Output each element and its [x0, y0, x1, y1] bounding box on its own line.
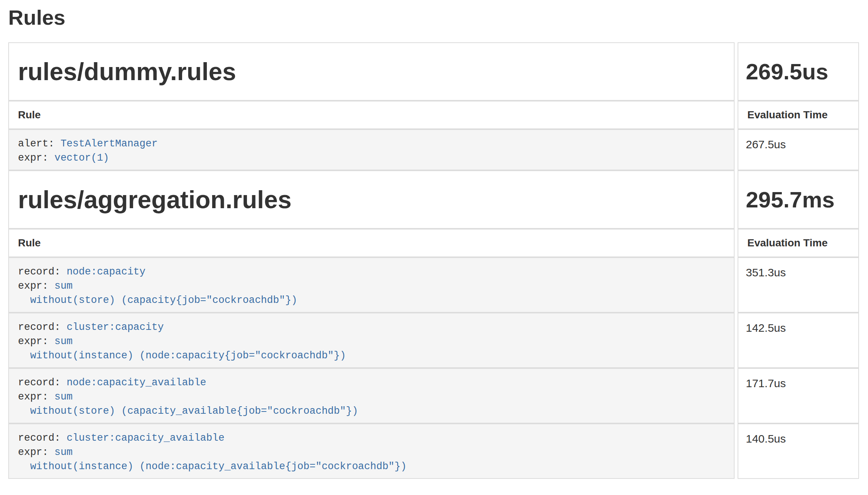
group-file-header: rules/aggregation.rules [8, 170, 735, 229]
rule-keyword: expr: [18, 447, 54, 458]
rule-link[interactable]: sum [54, 447, 73, 458]
rule-line: without(instance) (node:capacity{job="co… [18, 349, 725, 363]
rule-link[interactable]: sum [54, 391, 73, 403]
rule-line: record: cluster:capacity_available [18, 431, 725, 445]
rule-link[interactable]: cluster:capacity [67, 322, 164, 333]
rule-keyword: expr: [18, 152, 54, 164]
rule-link[interactable]: vector(1) [54, 152, 109, 164]
rule-line: record: node:capacity_available [18, 376, 725, 390]
group-eval-total: 295.7ms [738, 170, 859, 229]
rule-cell: alert: TestAlertManager expr: vector(1) [8, 129, 735, 170]
rule-line: without(instance) (node:capacity_availab… [18, 459, 725, 474]
group-file-header: rules/dummy.rules [8, 42, 735, 101]
rule-link[interactable]: cluster:capacity_available [67, 432, 224, 444]
rule-line: record: node:capacity [18, 265, 725, 279]
rule-line: expr: sum [18, 445, 725, 459]
rule-keyword: expr: [18, 391, 54, 403]
rule-link[interactable]: node:capacity [67, 266, 146, 277]
rule-link[interactable]: node:capacity_available [67, 377, 207, 388]
rule-keyword: record: [18, 432, 67, 444]
rule-line: expr: vector(1) [18, 151, 725, 165]
rule-keyword: expr: [18, 280, 54, 292]
eval-time-cell: 351.3us [738, 257, 859, 313]
rule-cell: record: cluster:capacity_available expr:… [8, 423, 735, 479]
rule-link[interactable]: TestAlertManager [60, 138, 157, 149]
rule-keyword: expr: [18, 336, 54, 347]
rule-keyword: record: [18, 322, 67, 333]
rule-cell: record: cluster:capacity expr: sum witho… [8, 313, 735, 368]
rule-cell: record: node:capacity_available expr: su… [8, 368, 735, 423]
page-title: Rules [8, 6, 859, 29]
eval-time-cell: 171.7us [738, 368, 859, 423]
eval-time-column-header: Evaluation Time [738, 101, 859, 129]
eval-time-cell: 142.5us [738, 313, 859, 368]
rule-keyword: record: [18, 266, 67, 277]
rule-column-header: Rule [8, 229, 735, 257]
group-eval-total: 269.5us [738, 42, 859, 101]
rule-line: expr: sum [18, 390, 725, 404]
rule-link[interactable]: sum [54, 280, 73, 292]
rule-cell: record: node:capacity expr: sum without(… [8, 257, 735, 313]
rule-keyword: record: [18, 377, 67, 388]
eval-time-column-header: Evaluation Time [738, 229, 859, 257]
rule-link[interactable]: without(store) (capacity{job="cockroachd… [18, 295, 297, 306]
rule-link[interactable]: sum [54, 336, 73, 347]
eval-time-cell: 267.5us [738, 129, 859, 170]
rule-line: without(store) (capacity_available{job="… [18, 404, 725, 418]
rule-line: expr: sum [18, 279, 725, 293]
rules-table: rules/dummy.rules 269.5us Rule Evaluatio… [8, 42, 859, 479]
rule-link[interactable]: without(instance) (node:capacity_availab… [18, 461, 407, 472]
rules-page: Rules rules/dummy.rules 269.5us Rule Eva… [0, 6, 868, 479]
eval-time-cell: 140.5us [738, 423, 859, 479]
rule-link[interactable]: without(instance) (node:capacity{job="co… [18, 350, 346, 361]
rule-link[interactable]: without(store) (capacity_available{job="… [18, 406, 358, 417]
rule-line: alert: TestAlertManager [18, 137, 725, 151]
rule-keyword: alert: [18, 138, 60, 149]
rule-column-header: Rule [8, 101, 735, 129]
rule-line: without(store) (capacity{job="cockroachd… [18, 293, 725, 307]
rule-line: record: cluster:capacity [18, 320, 725, 334]
rule-line: expr: sum [18, 334, 725, 349]
